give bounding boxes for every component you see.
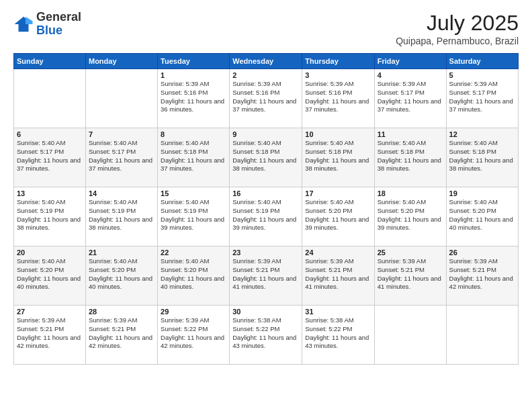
day-detail: Sunrise: 5:40 AM Sunset: 5:20 PM Dayligh… [378, 198, 443, 232]
day-number: 4 [378, 71, 443, 79]
calendar-cell: 10Sunrise: 5:40 AM Sunset: 5:18 PM Dayli… [302, 128, 374, 187]
calendar-cell: 20Sunrise: 5:40 AM Sunset: 5:20 PM Dayli… [14, 246, 86, 306]
day-number: 15 [161, 189, 226, 197]
day-detail: Sunrise: 5:39 AM Sunset: 5:21 PM Dayligh… [232, 257, 299, 291]
day-number: 14 [89, 189, 154, 197]
calendar-cell: 6Sunrise: 5:40 AM Sunset: 5:17 PM Daylig… [14, 128, 86, 187]
calendar-cell: 16Sunrise: 5:40 AM Sunset: 5:19 PM Dayli… [230, 187, 302, 246]
day-number: 8 [161, 130, 226, 138]
calendar-table: Sunday Monday Tuesday Wednesday Thursday… [13, 53, 519, 365]
logo-general-text: General [36, 10, 81, 24]
day-number: 16 [232, 189, 299, 197]
day-number: 11 [378, 130, 443, 138]
calendar-cell: 12Sunrise: 5:40 AM Sunset: 5:18 PM Dayli… [446, 128, 518, 187]
page: General Blue July 2025 Quipapa, Pernambu… [0, 0, 532, 411]
logo-icon [13, 14, 34, 34]
calendar-cell: 5Sunrise: 5:39 AM Sunset: 5:17 PM Daylig… [446, 69, 518, 128]
calendar-body: 1Sunrise: 5:39 AM Sunset: 5:16 PM Daylig… [14, 69, 519, 365]
calendar-cell [446, 306, 518, 365]
day-detail: Sunrise: 5:40 AM Sunset: 5:18 PM Dayligh… [449, 139, 515, 173]
title-block: July 2025 Quipapa, Pernambuco, Brazil [396, 11, 519, 46]
day-detail: Sunrise: 5:39 AM Sunset: 5:22 PM Dayligh… [161, 316, 226, 351]
day-number: 29 [161, 308, 226, 316]
calendar-cell: 28Sunrise: 5:39 AM Sunset: 5:21 PM Dayli… [85, 306, 157, 365]
calendar-cell: 2Sunrise: 5:39 AM Sunset: 5:16 PM Daylig… [230, 69, 302, 128]
calendar-cell: 13Sunrise: 5:40 AM Sunset: 5:19 PM Dayli… [14, 187, 86, 246]
day-number: 27 [17, 308, 83, 316]
title-location: Quipapa, Pernambuco, Brazil [396, 36, 519, 46]
day-number: 5 [449, 71, 515, 79]
day-detail: Sunrise: 5:39 AM Sunset: 5:21 PM Dayligh… [17, 316, 83, 351]
col-thursday: Thursday [302, 54, 374, 69]
calendar-cell: 18Sunrise: 5:40 AM Sunset: 5:20 PM Dayli… [374, 187, 446, 246]
calendar-cell: 19Sunrise: 5:40 AM Sunset: 5:20 PM Dayli… [446, 187, 518, 246]
calendar-cell: 15Sunrise: 5:40 AM Sunset: 5:19 PM Dayli… [158, 187, 230, 246]
calendar-cell: 31Sunrise: 5:38 AM Sunset: 5:22 PM Dayli… [302, 306, 374, 365]
col-monday: Monday [85, 54, 157, 69]
day-number: 19 [449, 189, 515, 197]
day-detail: Sunrise: 5:39 AM Sunset: 5:16 PM Dayligh… [161, 80, 226, 114]
calendar-cell: 8Sunrise: 5:40 AM Sunset: 5:18 PM Daylig… [158, 128, 230, 187]
day-detail: Sunrise: 5:40 AM Sunset: 5:17 PM Dayligh… [17, 139, 83, 173]
day-detail: Sunrise: 5:39 AM Sunset: 5:21 PM Dayligh… [378, 257, 443, 291]
day-detail: Sunrise: 5:40 AM Sunset: 5:18 PM Dayligh… [161, 139, 226, 173]
day-number: 24 [305, 248, 371, 257]
day-number: 6 [17, 130, 83, 138]
day-number: 20 [17, 248, 83, 257]
day-detail: Sunrise: 5:40 AM Sunset: 5:20 PM Dayligh… [161, 257, 226, 291]
calendar-week-3: 13Sunrise: 5:40 AM Sunset: 5:19 PM Dayli… [14, 187, 519, 246]
day-number: 31 [305, 308, 371, 316]
calendar-cell: 26Sunrise: 5:39 AM Sunset: 5:21 PM Dayli… [446, 246, 518, 306]
day-number: 18 [378, 189, 443, 197]
day-number: 21 [89, 248, 154, 257]
calendar-cell: 7Sunrise: 5:40 AM Sunset: 5:17 PM Daylig… [85, 128, 157, 187]
calendar-cell [14, 69, 86, 128]
header: General Blue July 2025 Quipapa, Pernambu… [13, 11, 519, 46]
day-detail: Sunrise: 5:39 AM Sunset: 5:21 PM Dayligh… [305, 257, 371, 291]
day-detail: Sunrise: 5:40 AM Sunset: 5:18 PM Dayligh… [232, 139, 299, 173]
calendar-cell: 29Sunrise: 5:39 AM Sunset: 5:22 PM Dayli… [158, 306, 230, 365]
day-detail: Sunrise: 5:40 AM Sunset: 5:17 PM Dayligh… [89, 139, 154, 173]
col-friday: Friday [374, 54, 446, 69]
calendar-cell: 21Sunrise: 5:40 AM Sunset: 5:20 PM Dayli… [85, 246, 157, 306]
calendar-week-5: 27Sunrise: 5:39 AM Sunset: 5:21 PM Dayli… [14, 306, 519, 365]
day-detail: Sunrise: 5:40 AM Sunset: 5:19 PM Dayligh… [89, 198, 154, 232]
calendar-cell: 4Sunrise: 5:39 AM Sunset: 5:17 PM Daylig… [374, 69, 446, 128]
day-detail: Sunrise: 5:40 AM Sunset: 5:20 PM Dayligh… [17, 257, 83, 291]
calendar-cell: 22Sunrise: 5:40 AM Sunset: 5:20 PM Dayli… [158, 246, 230, 306]
day-number: 17 [305, 189, 371, 197]
day-detail: Sunrise: 5:40 AM Sunset: 5:19 PM Dayligh… [161, 198, 226, 232]
calendar-cell: 30Sunrise: 5:38 AM Sunset: 5:22 PM Dayli… [230, 306, 302, 365]
svg-marker-1 [26, 17, 33, 24]
day-number: 13 [17, 189, 83, 197]
calendar-cell [85, 69, 157, 128]
calendar-cell: 1Sunrise: 5:39 AM Sunset: 5:16 PM Daylig… [158, 69, 230, 128]
day-number: 30 [232, 308, 299, 316]
days-row: Sunday Monday Tuesday Wednesday Thursday… [14, 54, 519, 69]
calendar-week-4: 20Sunrise: 5:40 AM Sunset: 5:20 PM Dayli… [14, 246, 519, 306]
logo-text: General Blue [36, 11, 81, 38]
calendar-cell: 27Sunrise: 5:39 AM Sunset: 5:21 PM Dayli… [14, 306, 86, 365]
day-detail: Sunrise: 5:38 AM Sunset: 5:22 PM Dayligh… [305, 316, 371, 351]
calendar-cell: 23Sunrise: 5:39 AM Sunset: 5:21 PM Dayli… [230, 246, 302, 306]
day-number: 3 [305, 71, 371, 79]
day-detail: Sunrise: 5:40 AM Sunset: 5:20 PM Dayligh… [449, 198, 515, 232]
day-number: 23 [232, 248, 299, 257]
day-number: 22 [161, 248, 226, 257]
day-detail: Sunrise: 5:39 AM Sunset: 5:17 PM Dayligh… [378, 80, 443, 114]
col-saturday: Saturday [446, 54, 518, 69]
day-detail: Sunrise: 5:38 AM Sunset: 5:22 PM Dayligh… [232, 316, 299, 351]
day-detail: Sunrise: 5:39 AM Sunset: 5:16 PM Dayligh… [232, 80, 299, 114]
day-detail: Sunrise: 5:39 AM Sunset: 5:21 PM Dayligh… [449, 257, 515, 291]
day-number: 1 [161, 71, 226, 79]
calendar-cell [374, 306, 446, 365]
day-number: 25 [378, 248, 443, 257]
day-detail: Sunrise: 5:40 AM Sunset: 5:18 PM Dayligh… [378, 139, 443, 173]
calendar-cell: 9Sunrise: 5:40 AM Sunset: 5:18 PM Daylig… [230, 128, 302, 187]
calendar-week-2: 6Sunrise: 5:40 AM Sunset: 5:17 PM Daylig… [14, 128, 519, 187]
day-number: 12 [449, 130, 515, 138]
day-number: 26 [449, 248, 515, 257]
day-number: 7 [89, 130, 154, 138]
logo: General Blue [13, 11, 81, 38]
day-number: 28 [89, 308, 154, 316]
